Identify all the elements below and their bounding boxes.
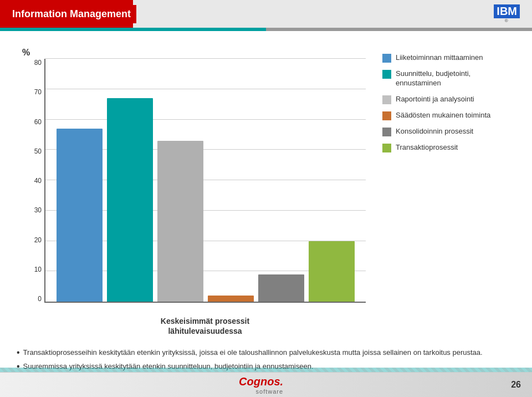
bullet-text-1: Transaktioprosesseihin keskitytään etenk… (23, 347, 483, 358)
legend-item-4: Säädösten mukainen toiminta (382, 111, 515, 120)
legend-color-1 (382, 54, 391, 63)
legend-item-2: Suunnittelu, budjetointi, ennustaminen (382, 69, 515, 88)
legend-item-3: Raportointi ja analysointi (382, 95, 515, 104)
bar-saadosten (208, 296, 254, 302)
legend-label-1: Liiketoiminnan mittaaminen (396, 53, 483, 63)
chart-body (44, 59, 366, 303)
legend-color-4 (382, 111, 391, 120)
legend-color-6 (382, 144, 391, 152)
bar-liiketoiminta (57, 129, 103, 302)
legend-item-1: Liiketoiminnan mittaaminen (382, 53, 515, 63)
y-label-10: 10 (22, 266, 42, 273)
y-label-0: 0 (22, 295, 42, 303)
y-label-60: 60 (22, 118, 42, 126)
main-content: % 0 10 20 30 40 50 60 70 80 (0, 31, 532, 342)
bar-raportointi (157, 141, 203, 302)
legend-color-5 (382, 128, 391, 136)
bullet-1: • Transaktioprosesseihin keskitytään ete… (17, 347, 515, 359)
footer: Cognos. software 26 (0, 372, 532, 397)
legend-color-2 (382, 70, 391, 79)
y-label-30: 30 (22, 206, 42, 214)
y-axis-label: % (22, 48, 30, 58)
bar-suunnittelu (107, 98, 153, 302)
legend-label-2: Suunnittelu, budjetointi, ennustaminen (396, 69, 515, 88)
bullet-icon-1: • (17, 347, 20, 359)
chart-legend: Liiketoiminnan mittaaminen Suunnittelu, … (371, 42, 515, 336)
x-axis-label: Keskeisimmät prosessit lähitulevaisuudes… (44, 316, 366, 336)
y-label-70: 70 (22, 88, 42, 96)
legend-item-6: Transaktioprosessit (382, 143, 515, 152)
bar-konsolidointi (258, 274, 304, 302)
header-title: Information Management (12, 8, 131, 20)
chart-area: % 0 10 20 30 40 50 60 70 80 (17, 42, 371, 336)
y-label-40: 40 (22, 177, 42, 185)
y-label-50: 50 (22, 147, 42, 155)
bar-transaktio (309, 241, 355, 302)
cognos-logo: Cognos. software (239, 375, 283, 395)
legend-label-4: Säädösten mukainen toiminta (396, 111, 490, 120)
footer-strip (0, 368, 532, 372)
legend-label-5: Konsolidoinnin prosessit (396, 127, 473, 136)
y-axis-labels: 0 10 20 30 40 50 60 70 80 (22, 59, 44, 303)
y-label-80: 80 (22, 59, 42, 67)
legend-label-3: Raportointi ja analysointi (396, 95, 474, 104)
legend-label-6: Transaktioprosessit (396, 143, 458, 152)
legend-item-5: Konsolidoinnin prosessit (382, 127, 515, 136)
page-number: 26 (511, 380, 521, 390)
legend-color-3 (382, 95, 391, 104)
y-label-20: 20 (22, 236, 42, 244)
bars-wrapper (57, 59, 355, 302)
header: Information Management IBM ® (0, 0, 532, 28)
cognos-text: Cognos. (239, 375, 283, 388)
ibm-logo: IBM ® (494, 4, 525, 23)
software-text: software (256, 388, 284, 395)
header-left: Information Management (7, 5, 136, 23)
